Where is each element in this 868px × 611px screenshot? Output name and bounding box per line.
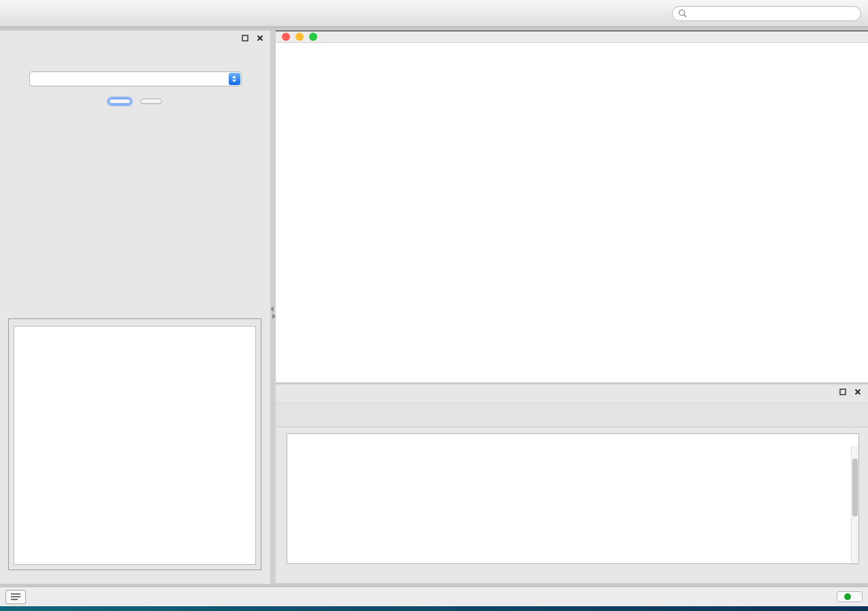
run-mcds-button[interactable] (109, 99, 131, 104)
mcds-result-groupbox (8, 318, 261, 570)
search-box[interactable] (672, 6, 861, 21)
node-table (287, 433, 859, 564)
control-panel-header (0, 31, 270, 46)
list-menu-icon (10, 593, 21, 601)
status-menu-button[interactable] (5, 590, 26, 604)
table-scrollbar[interactable] (851, 446, 858, 563)
mcds-result-list[interactable] (14, 326, 256, 565)
network-canvas[interactable] (276, 43, 868, 382)
main-toolbar (0, 0, 868, 27)
criterion-dropdown[interactable] (29, 71, 242, 86)
desktop-background (0, 0, 868, 611)
search-icon (678, 9, 687, 18)
table-scrollbar-thumb[interactable] (852, 459, 858, 516)
control-panel (0, 31, 270, 584)
table-panel (276, 384, 868, 583)
network-canvas-svg (276, 43, 867, 382)
table-panel-header (276, 384, 868, 399)
memory-status-icon (844, 593, 851, 600)
close-panel-button[interactable] (140, 99, 162, 104)
dropdown-stepper-icon (229, 73, 240, 85)
panel-splitter[interactable] (270, 31, 276, 584)
collapse-left-icon[interactable] (270, 306, 274, 312)
close-panel-icon[interactable] (257, 35, 263, 42)
maximize-window-icon[interactable] (309, 33, 317, 41)
network-titlebar[interactable] (276, 31, 868, 43)
float-panel-icon[interactable] (242, 35, 248, 42)
close-window-icon[interactable] (282, 33, 290, 41)
minimize-window-icon[interactable] (295, 33, 304, 41)
table-toolbar (276, 403, 868, 427)
float-table-panel-icon[interactable] (839, 389, 846, 395)
application-window (0, 0, 868, 606)
search-input[interactable] (690, 9, 855, 18)
memory-button[interactable] (837, 591, 863, 602)
network-view-window (276, 31, 868, 382)
close-table-panel-icon[interactable] (854, 389, 861, 395)
status-bar (0, 587, 868, 606)
